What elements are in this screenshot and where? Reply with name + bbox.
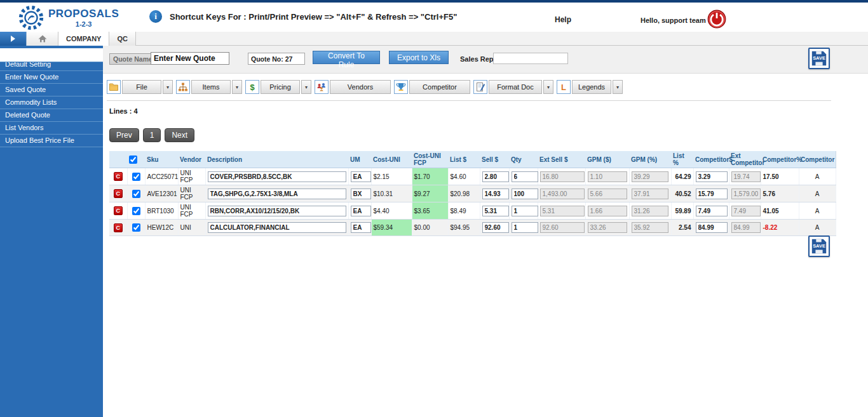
export-to-xls-button[interactable]: Export to Xls <box>389 51 449 64</box>
um-input[interactable] <box>351 171 371 182</box>
qty-input[interactable] <box>512 189 538 199</box>
cost-uni-cell: $59.34 <box>371 220 412 236</box>
sales-rep-label: Sales Rep: <box>460 55 496 63</box>
logout-power-button[interactable] <box>707 10 726 29</box>
sell-input[interactable] <box>482 189 509 199</box>
c-flag-badge[interactable]: C <box>114 189 123 198</box>
vendor-cell: UNI FCP <box>178 168 205 185</box>
description-input[interactable] <box>208 222 346 233</box>
header-competitor-dollar: Competitor$ <box>693 151 729 168</box>
competitor-icon <box>394 80 408 94</box>
header-competitor-percent: Competitor% <box>761 151 799 168</box>
gpm-percent-input <box>632 222 668 233</box>
quote-number-input[interactable] <box>248 53 305 65</box>
vendors-menu-button[interactable]: Vendors <box>330 80 391 94</box>
format-doc-menu-arrow[interactable]: ▾ <box>543 80 553 94</box>
sidebar-item[interactable]: List Vendors <box>0 122 103 135</box>
qty-input[interactable] <box>512 222 538 233</box>
description-input[interactable] <box>208 189 346 199</box>
row-checkbox[interactable] <box>132 173 140 181</box>
select-all-checkbox[interactable] <box>129 156 137 164</box>
um-input[interactable] <box>351 222 371 233</box>
sidebar-item[interactable]: Saved Quote <box>0 84 103 96</box>
power-icon <box>707 10 726 29</box>
um-input[interactable] <box>351 206 371 216</box>
menu-toolbar: File ▾ Items ▾ $ Pricing ▾ <box>107 77 623 96</box>
cost-uni-cell: $10.31 <box>371 185 412 202</box>
tab-home[interactable] <box>27 32 58 46</box>
page-1-button[interactable]: 1 <box>143 128 161 142</box>
sidebar-toggle-button[interactable] <box>0 32 27 46</box>
legends-icon: L <box>557 80 571 94</box>
sell-input[interactable] <box>482 206 509 216</box>
sidebar-item[interactable]: Enter New Quote <box>0 71 103 84</box>
sidebar-item-label: Saved Quote <box>5 84 46 96</box>
pricing-menu-arrow[interactable]: ▾ <box>301 80 311 94</box>
description-input[interactable] <box>208 206 346 216</box>
app-header: PROPOSALS 1-2-3 i Shortcut Keys For : Pr… <box>0 3 868 32</box>
competitor-grade-cell: A <box>799 168 836 185</box>
qty-input[interactable] <box>512 171 538 182</box>
row-checkbox[interactable] <box>132 223 140 232</box>
competitor-grade-cell: A <box>799 220 836 236</box>
items-menu-button[interactable]: Items <box>191 80 231 94</box>
header-um: UM <box>348 151 371 168</box>
table-row: C AVE12301 UNI FCP $10.31 $9.27 $20.98 4… <box>109 185 836 202</box>
header-cost-uni: Cost-UNI <box>371 151 412 168</box>
pricing-menu-button[interactable]: Pricing <box>261 80 300 94</box>
competitor-price-input[interactable] <box>696 171 728 182</box>
row-checkbox[interactable] <box>132 207 140 215</box>
save-button-bottom[interactable]: SAVE <box>808 235 830 257</box>
vendors-icon <box>315 80 329 94</box>
c-flag-badge[interactable]: C <box>114 206 123 215</box>
header-cost-uni-fcp: Cost-UNI FCP <box>412 151 448 168</box>
format-doc-menu-button[interactable]: Format Doc <box>489 80 542 94</box>
svg-text:L: L <box>561 83 566 92</box>
competitor-menu-button[interactable]: Competitor <box>409 80 470 94</box>
c-flag-badge[interactable]: C <box>114 223 123 232</box>
next-page-button[interactable]: Next <box>165 128 194 142</box>
competitor-price-input[interactable] <box>696 206 728 216</box>
tab-qc[interactable]: QC <box>109 32 136 46</box>
legends-menu-arrow[interactable]: ▾ <box>613 80 623 94</box>
tab-bar: COMPANY QC <box>0 32 868 46</box>
file-menu-button[interactable]: File <box>122 80 161 94</box>
row-checkbox[interactable] <box>132 190 140 198</box>
c-flag-badge[interactable]: C <box>114 172 123 181</box>
legends-menu-button[interactable]: Legends <box>572 80 611 94</box>
svg-text:SAVE: SAVE <box>813 55 825 61</box>
sidebar-item[interactable]: Upload Best Price File <box>0 135 103 147</box>
table-row: C ACC25071 UNI FCP $2.15 $1.70 $4.60 64.… <box>109 168 836 185</box>
competitor-percent-cell: -8.22 <box>761 220 799 236</box>
competitor-percent-cell: 41.05 <box>761 202 799 220</box>
help-link[interactable]: Help <box>555 15 571 24</box>
sidebar-item[interactable]: Deleted Quote <box>0 109 103 122</box>
save-button-top[interactable]: SAVE <box>808 48 830 69</box>
gpm-dollar-input <box>588 222 627 233</box>
prev-page-button[interactable]: Prev <box>109 128 139 142</box>
header-badge <box>109 151 127 168</box>
user-greeting: Hello, support team <box>641 17 706 24</box>
competitor-price-input[interactable] <box>696 189 728 199</box>
convert-to-rule-button[interactable]: Convert To Rule <box>313 51 380 64</box>
quote-name-input[interactable] <box>151 52 229 65</box>
items-menu-arrow[interactable]: ▾ <box>232 80 242 94</box>
tab-company[interactable]: COMPANY <box>58 32 109 46</box>
cost-uni-fcp-cell: $0.00 <box>412 220 448 236</box>
sell-input[interactable] <box>482 171 509 182</box>
file-menu-arrow[interactable]: ▾ <box>163 80 173 94</box>
vendor-cell: UNI FCP <box>178 185 205 202</box>
table-row: C BRT1030 UNI FCP $4.40 $3.65 $8.49 59.8… <box>109 202 836 220</box>
header-description: Description <box>205 151 348 168</box>
sidebar-item[interactable]: Commodity Lists <box>0 96 103 109</box>
um-input[interactable] <box>351 189 371 199</box>
qty-input[interactable] <box>512 206 538 216</box>
logo-title: PROPOSALS <box>48 8 119 20</box>
competitor-price-input[interactable] <box>696 222 728 233</box>
menu-file: File ▾ <box>107 80 173 94</box>
menu-items: Items ▾ <box>176 80 242 94</box>
sales-rep-input[interactable] <box>493 53 568 64</box>
quote-bar: Quote Name: Convert To Rule Export to Xl… <box>103 46 868 74</box>
sell-input[interactable] <box>482 222 509 233</box>
description-input[interactable] <box>208 171 346 182</box>
